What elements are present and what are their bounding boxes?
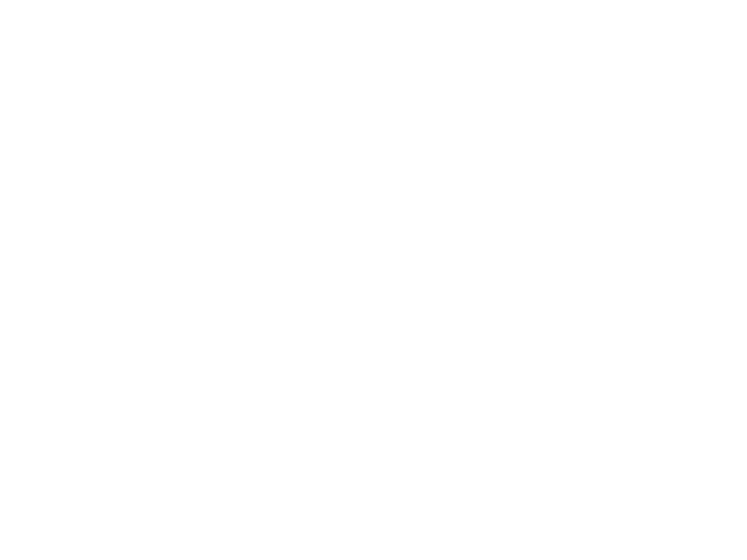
chart-svg bbox=[0, 0, 747, 560]
chart-container bbox=[0, 0, 747, 560]
